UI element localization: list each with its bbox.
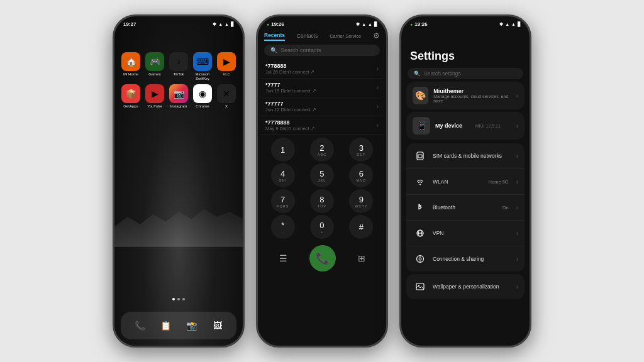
bluetooth-arrow-icon: ›	[516, 204, 518, 211]
app-getapps[interactable]: 📦 GetApps	[121, 84, 141, 109]
connection-sharing-row[interactable]: Connection & sharing ›	[406, 246, 525, 272]
miuithemer-icon: 🎨	[413, 87, 428, 104]
search-contacts-bar[interactable]: 🔍 Search contacts	[264, 45, 380, 56]
dial-hash[interactable]: #	[349, 215, 373, 239]
app-chrome[interactable]: ◉ Chrome	[192, 84, 213, 109]
vlc-label: VLC	[223, 72, 230, 77]
dial-8[interactable]: 8TUV	[310, 189, 334, 213]
chrome-icon: ◉	[193, 84, 212, 103]
instagram-icon: 📷	[169, 84, 188, 103]
phone-3: ● 19:26 ✱ ▲ ▲ ▊ Settings 🔍 Search settin…	[399, 14, 531, 348]
recent-info-2: *7777 Jun 19 Didn't connect ↗	[265, 82, 316, 94]
call-button[interactable]: 📞	[309, 245, 336, 272]
keypad-icon[interactable]: ⊞	[358, 253, 365, 263]
getapps-icon: 📦	[121, 84, 140, 103]
home-screen: 19:27 ✱ ▲ ▲ ▊ 🏠 Mi Home 🎮 Games ♪ TikTok	[114, 16, 243, 346]
my-device-card[interactable]: 📱 My device MIUI 12.5.11 ›	[406, 112, 525, 140]
settings-search-bar[interactable]: 🔍 Search settings	[408, 68, 523, 79]
dial-3[interactable]: 3DEF	[349, 138, 373, 162]
dial-4[interactable]: 4GHI	[271, 163, 295, 187]
dial-6[interactable]: 6MNO	[349, 163, 373, 187]
vpn-row[interactable]: VPN ›	[406, 221, 525, 246]
app-games[interactable]: 🎮 Games	[145, 52, 165, 80]
dial-9[interactable]: 9WXYZ	[349, 189, 373, 213]
status-bar-1: 19:27 ✱ ▲ ▲ ▊	[114, 16, 243, 28]
x-label: X	[225, 104, 228, 109]
app-swiftkey[interactable]: ⌨ Microsoft SwiftKey	[192, 52, 213, 80]
status-icons-1: ✱ ▲ ▲ ▊	[213, 22, 234, 27]
app-instagram[interactable]: 📷 Instagram	[169, 84, 189, 109]
wallpaper-row[interactable]: Wallpaper & personalization ›	[406, 274, 525, 299]
recent-item-1[interactable]: *778888 Jul 26 Didn't connect ↗ ›	[260, 60, 384, 79]
settings-title: Settings	[401, 28, 530, 65]
status-bar-2: ● 19:26 ✱ ▲ ▲ ▊	[258, 16, 386, 28]
miuithemer-card[interactable]: 🎨 Miuithemer Manage accounts, cloud serv…	[406, 82, 525, 109]
dial-2[interactable]: 2ABC	[310, 138, 334, 162]
signal-icon-3: ▲	[505, 22, 509, 26]
chevron-right-icon-2: ›	[377, 84, 379, 91]
tiktok-icon: ♪	[169, 52, 188, 71]
dial-star[interactable]: *.	[271, 215, 295, 239]
dialpad: 1 2ABC 3DEF 4GHI 5JKL 6MNO 7PQRS 8TUV 9W…	[264, 138, 380, 239]
my-device-text: My device	[435, 123, 462, 129]
dialer-screen: ● 19:26 ✱ ▲ ▲ ▊ Recents Contacts Carrier…	[258, 16, 386, 346]
recent-item-2[interactable]: *7777 Jun 19 Didn't connect ↗ ›	[260, 79, 384, 97]
bluetooth-row[interactable]: Bluetooth On ›	[406, 195, 525, 221]
time-2: 19:26	[271, 21, 284, 27]
phone-1: 19:27 ✱ ▲ ▲ ▊ 🏠 Mi Home 🎮 Games ♪ TikTok	[113, 14, 245, 348]
dock: 📞 📋 📸 🖼	[121, 312, 236, 339]
youtube-icon: ▶	[145, 84, 164, 103]
status-icons-3: ✱ ▲ ▲ ▊	[499, 22, 521, 27]
wifi-icon: ▲	[225, 22, 229, 26]
dot-1	[172, 298, 175, 300]
recent-item-3[interactable]: *77777 Jun 12 Didn't connect ↗ ›	[260, 97, 384, 116]
vlc-icon: ▶	[217, 52, 236, 71]
wallpaper-icon	[413, 279, 428, 294]
connection-icon	[413, 251, 428, 266]
dock-notes[interactable]: 📋	[157, 317, 175, 334]
recent-item-4[interactable]: *7778888 May 9 Didn't connect ↗ ›	[260, 116, 384, 135]
dot-3	[182, 298, 185, 300]
bt-icon-3: ✱	[499, 22, 503, 27]
menu-icon[interactable]: ☰	[279, 253, 287, 263]
bluetooth-icon	[413, 200, 428, 215]
x-icon: ✕	[217, 84, 236, 103]
vpn-icon	[413, 226, 428, 241]
dial-0[interactable]: 0+	[310, 215, 334, 239]
battery-icon-3: ▊	[518, 22, 521, 27]
dock-phone[interactable]: 📞	[131, 317, 149, 334]
dial-1[interactable]: 1	[271, 138, 295, 162]
network-section: SIM cards & mobile networks › WLAN Home …	[406, 143, 525, 272]
swiftkey-icon: ⌨	[193, 52, 212, 71]
dock-gallery[interactable]: 🖼	[209, 317, 226, 334]
wifi-icon-2: ▲	[368, 22, 372, 26]
app-youtube[interactable]: ▶ YouTube	[145, 84, 165, 109]
app-tiktok[interactable]: ♪ TikTok	[169, 52, 189, 80]
app-mi-home[interactable]: 🏠 Mi Home	[121, 52, 141, 80]
tab-recents[interactable]: Recents	[264, 31, 285, 41]
signal-icon-2: ▲	[362, 22, 366, 26]
recents-list: *778888 Jul 26 Didn't connect ↗ › *7777 …	[258, 60, 386, 135]
dial-7[interactable]: 7PQRS	[271, 189, 295, 213]
connection-arrow-icon: ›	[516, 256, 518, 263]
wlan-arrow-icon: ›	[516, 178, 518, 185]
battery-icon-2: ▊	[374, 22, 377, 27]
tab-carrier[interactable]: Carrier Service	[330, 32, 361, 40]
time-3: 19:26	[414, 21, 427, 27]
recent-info-1: *778888 Jul 26 Didn't connect ↗	[265, 63, 314, 75]
settings-gear-icon[interactable]: ⚙	[373, 31, 380, 40]
sim-arrow-icon: ›	[516, 153, 518, 160]
svg-point-6	[419, 258, 421, 260]
wlan-row[interactable]: WLAN Home 5G ›	[406, 169, 525, 195]
phone-2: ● 19:26 ✱ ▲ ▲ ▊ Recents Contacts Carrier…	[256, 14, 388, 348]
app-vlc[interactable]: ▶ VLC	[216, 52, 236, 80]
sim-networks-row[interactable]: SIM cards & mobile networks ›	[406, 143, 525, 169]
status-icons-2: ✱ ▲ ▲ ▊	[356, 22, 377, 27]
chevron-right-icon-3: ›	[377, 103, 379, 110]
tab-contacts[interactable]: Contacts	[297, 31, 318, 40]
instagram-label: Instagram	[170, 104, 187, 109]
my-device-arrow-icon: ›	[516, 123, 518, 129]
app-x[interactable]: ✕ X	[216, 84, 236, 109]
dock-camera[interactable]: 📸	[183, 317, 201, 334]
dial-5[interactable]: 5JKL	[310, 163, 334, 187]
